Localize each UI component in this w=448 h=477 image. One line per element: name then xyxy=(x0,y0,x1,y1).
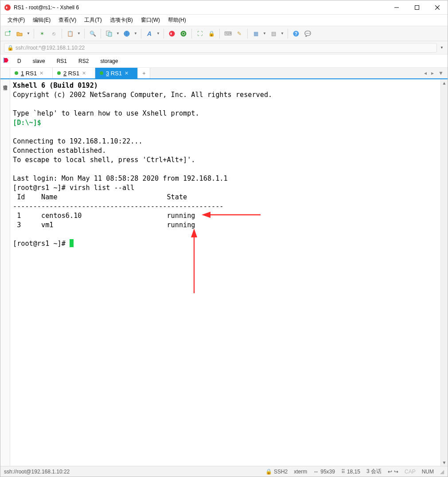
window-title: RS1 - root@rs1:~ - Xshell 6 xyxy=(14,4,79,11)
session-link-RS1[interactable]: RS1 xyxy=(53,57,70,66)
address-field[interactable]: 🔒 ssh://root:*@192.168.1.10:22 xyxy=(4,43,437,53)
feedback-icon[interactable]: 💬 xyxy=(303,29,312,39)
virsh-divider: ----------------------------------------… xyxy=(13,202,223,210)
connecting-line: Connecting to 192.168.1.10:22... xyxy=(13,137,143,145)
status-connection: ssh://root@192.168.1.10:22 xyxy=(4,469,70,475)
last-login-line: Last login: Mon May 11 08:58:28 2020 fro… xyxy=(13,175,228,182)
cursor-pos-icon: ⠿ xyxy=(341,469,345,475)
terminal[interactable]: Xshell 6 (Build 0192) Copyright (c) 2002… xyxy=(10,79,440,466)
keyboard-icon[interactable]: ⌨ xyxy=(223,29,233,39)
layout-dropdown-icon[interactable]: ▼ xyxy=(262,31,267,35)
tab-2-close-icon[interactable]: ✕ xyxy=(82,70,86,76)
tab-nav-left-icon[interactable]: ◂ xyxy=(423,70,428,76)
menu-window[interactable]: 窗口(W) xyxy=(137,15,164,25)
tab-1-rs1[interactable]: 1 RS1 ✕ xyxy=(10,68,53,78)
rows-cols-icon: ↔ xyxy=(313,469,319,475)
svg-rect-15 xyxy=(4,58,4,63)
copy-paste-dropdown-icon[interactable]: ▼ xyxy=(116,31,120,35)
status-numlock: NUM xyxy=(422,469,434,475)
help-icon[interactable]: ? xyxy=(291,29,301,39)
address-dropdown-icon[interactable]: ▼ xyxy=(440,46,444,50)
menu-bar: 文件(F) 编辑(E) 查看(V) 工具(T) 选项卡(B) 窗口(W) 帮助(… xyxy=(0,15,448,26)
local-prompt: [D:\~]$ xyxy=(13,119,41,127)
virsh-row-1: 1 centos6.10 running xyxy=(13,212,195,220)
menu-tools[interactable]: 工具(T) xyxy=(81,15,105,25)
grid-dropdown-icon[interactable]: ▼ xyxy=(280,31,284,35)
session-link-slave[interactable]: slave xyxy=(29,57,49,66)
bookmark-flag-icon[interactable] xyxy=(3,57,9,65)
minimize-button[interactable] xyxy=(386,0,407,15)
terminal-cursor xyxy=(70,239,74,247)
menu-edit[interactable]: 编辑(E) xyxy=(29,15,54,25)
tab-2-index: 2 xyxy=(63,70,66,77)
font-icon[interactable]: A xyxy=(144,29,154,39)
menu-help[interactable]: 帮助(H) xyxy=(164,15,190,25)
tab-status-dot-icon xyxy=(57,71,61,75)
reconnect-icon[interactable]: ✶ xyxy=(37,29,47,39)
status-lock-icon: 🔒 xyxy=(265,469,272,475)
side-panel-collapsed[interactable]: 会话管理器 xyxy=(0,79,10,466)
virsh-row-2: 3 vm1 running xyxy=(13,221,195,229)
menu-tabs[interactable]: 选项卡(B) xyxy=(106,15,136,25)
tab-nav: ◂ ▸ ▼ xyxy=(423,68,448,78)
main-toolbar: ▼ ✶ ⎋ 📋 ▼ 🔍 ▼ ▼ A ▼ ⛶ 🔒 ⌨ ✎ ▦ ▼ ▤ ▼ ? 💬 xyxy=(0,26,448,41)
open-session-icon[interactable] xyxy=(15,29,24,39)
side-panel-toggle[interactable] xyxy=(0,68,10,79)
nav-next-icon[interactable]: ↪ xyxy=(394,469,398,475)
tab-menu-dropdown-icon[interactable]: ▼ xyxy=(437,70,445,76)
sessions-row: D slave RS1 RS2 storage xyxy=(0,54,448,68)
annotation-arrow-vertical xyxy=(190,228,199,294)
nav-prev-icon[interactable]: ↩ xyxy=(388,469,392,475)
title-bar: RS1 - root@rs1:~ - Xshell 6 xyxy=(0,0,448,15)
copy-paste-icon[interactable] xyxy=(104,29,114,39)
properties-icon[interactable]: 📋 xyxy=(65,29,75,39)
scroll-up-icon[interactable]: ▲ xyxy=(441,79,448,86)
tab-3-label: RS1 xyxy=(111,70,122,77)
xftp-launch-icon[interactable] xyxy=(179,29,188,39)
new-tab-button[interactable]: ＋ xyxy=(138,68,150,78)
font-dropdown-icon[interactable]: ▼ xyxy=(156,31,160,35)
side-panel-label: 会话管理器 xyxy=(2,81,8,83)
open-dropdown-icon[interactable]: ▼ xyxy=(26,31,31,35)
menu-file[interactable]: 文件(F) xyxy=(4,15,28,25)
status-bar: ssh://root@192.168.1.10:22 🔒SSH2 xterm ↔… xyxy=(0,466,448,477)
terminal-scrollbar[interactable]: ▲ ▼ xyxy=(440,79,448,466)
svg-rect-9 xyxy=(108,32,112,36)
tab-3-rs1[interactable]: 3 RS1 ✕ xyxy=(95,68,138,78)
lock-icon[interactable]: 🔒 xyxy=(206,29,216,39)
properties-dropdown-icon[interactable]: ▼ xyxy=(77,31,81,35)
svg-marker-19 xyxy=(191,229,197,237)
session-link-storage[interactable]: storage xyxy=(97,57,121,66)
address-text: ssh://root:*@192.168.1.10:22 xyxy=(16,45,85,51)
tab-nav-right-icon[interactable]: ▸ xyxy=(430,70,435,76)
disconnect-icon[interactable]: ⎋ xyxy=(49,29,58,39)
svg-point-0 xyxy=(4,4,11,11)
xshell-launch-icon[interactable] xyxy=(167,29,177,39)
cmd-line-2: [root@rs1 ~]# xyxy=(13,240,70,248)
grid-icon[interactable]: ▤ xyxy=(269,29,278,39)
find-icon[interactable]: 🔍 xyxy=(88,29,97,39)
resize-grip-icon[interactable]: ◢ xyxy=(440,469,444,475)
close-button[interactable] xyxy=(427,0,448,15)
menu-view[interactable]: 查看(V) xyxy=(55,15,80,25)
highlight-icon[interactable]: ✎ xyxy=(234,29,244,39)
tab-1-label: RS1 xyxy=(26,70,37,77)
session-link-RS2[interactable]: RS2 xyxy=(75,57,92,66)
globe-icon[interactable] xyxy=(122,29,132,39)
tab-1-close-icon[interactable]: ✕ xyxy=(39,70,43,76)
fullscreen-icon[interactable]: ⛶ xyxy=(195,29,205,39)
cmd-line-1: [root@rs1 ~]# virsh list --all xyxy=(13,184,134,192)
session-link-D[interactable]: D xyxy=(14,57,25,66)
copyright-line: Copyright (c) 2002 NetSarang Computer, I… xyxy=(13,91,272,99)
svg-text:?: ? xyxy=(295,31,297,36)
maximize-button[interactable] xyxy=(407,0,427,15)
new-session-icon[interactable] xyxy=(3,29,13,39)
tab-2-rs1[interactable]: 2 RS1 ✕ xyxy=(53,68,95,78)
globe-dropdown-icon[interactable]: ▼ xyxy=(133,31,138,35)
tab-3-close-icon[interactable]: ✕ xyxy=(125,70,129,76)
scroll-down-icon[interactable]: ▼ xyxy=(441,459,448,466)
layout-icon[interactable]: ▦ xyxy=(251,29,261,39)
status-session-count: 3 会话 xyxy=(366,468,382,475)
tab-status-dot-icon xyxy=(15,71,18,75)
svg-rect-2 xyxy=(415,5,419,9)
